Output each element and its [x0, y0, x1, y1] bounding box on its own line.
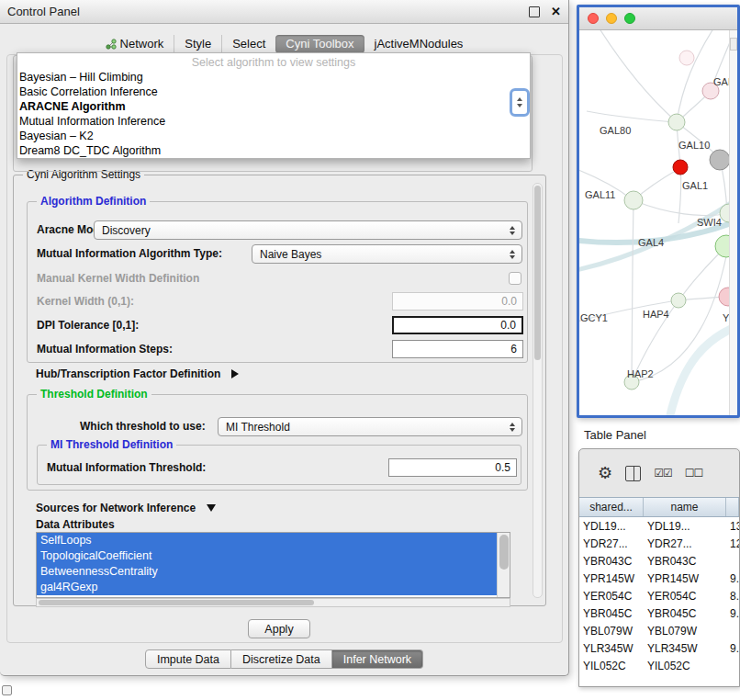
algorithm-definition-title: Algorithm Definition: [37, 195, 150, 208]
table-cell: YBL079W: [579, 622, 644, 639]
node-label: HAP2: [627, 368, 654, 379]
column-header-name[interactable]: name: [644, 498, 726, 516]
network-node[interactable]: [719, 288, 729, 306]
tab-impute-data[interactable]: Impute Data: [145, 649, 231, 669]
algorithm-option[interactable]: ARACNE Algorithm: [17, 99, 530, 114]
table-cell: YBL079W: [644, 622, 726, 639]
tab-discretize-data[interactable]: Discretize Data: [231, 649, 332, 669]
deselect-all-checkboxes-icon[interactable]: ☐☐: [685, 468, 703, 479]
attribute-item[interactable]: TopologicalCoefficient: [37, 548, 498, 564]
algorithm-option[interactable]: Dream8 DC_TDC Algorithm: [17, 143, 530, 158]
mi-steps-field[interactable]: 6: [392, 340, 523, 358]
attributes-horizontal-scrollbar[interactable]: [36, 598, 510, 607]
network-node[interactable]: [624, 191, 643, 209]
attribute-item[interactable]: gal4RGexp: [37, 580, 498, 595]
tray-icon[interactable]: [2, 685, 12, 695]
table-cell: 8.: [726, 587, 739, 604]
gear-icon[interactable]: ⚙: [598, 465, 612, 481]
mi-threshold-definition-title: MI Threshold Definition: [47, 438, 176, 451]
scrollbar-thumb[interactable]: [39, 600, 314, 605]
table-panel: Table Panel ⚙ ☑☑ ☐☐ shared... name YDL19…: [577, 424, 740, 700]
float-window-icon[interactable]: [529, 6, 540, 17]
dpi-tolerance-field[interactable]: 0.0: [392, 316, 523, 334]
tab-select[interactable]: Select: [221, 35, 275, 53]
network-vertical-scrollbar[interactable]: [729, 30, 737, 418]
network-node[interactable]: [679, 51, 694, 65]
table-cell: YIL052C: [579, 657, 644, 674]
node-label: GAL10: [678, 140, 710, 151]
algorithm-option[interactable]: Bayesian – Hill Climbing: [17, 70, 530, 85]
control-panel-tabs: Network Style Select Cyni Toolbox jActiv…: [0, 34, 568, 54]
algorithm-option[interactable]: Basic Correlation Inference: [17, 85, 530, 99]
kernel-width-field[interactable]: 0.0: [392, 292, 523, 310]
node-label: Y: [723, 312, 729, 323]
table-row[interactable]: YLR345WYLR345W9.: [579, 639, 739, 657]
scrollbar-button[interactable]: [730, 38, 737, 51]
column-header-shared-name[interactable]: shared...: [579, 498, 644, 516]
node-label: GAL4: [638, 237, 664, 248]
table-header: shared... name: [579, 497, 739, 517]
attributes-vertical-scrollbar[interactable]: [497, 533, 510, 597]
hub-definition-toggle[interactable]: Hub/Transcription Factor Definition: [36, 365, 239, 384]
table-row[interactable]: YBR045CYBR045C9.: [579, 604, 739, 622]
table-cell: YDL19...: [579, 517, 644, 535]
scrollbar-thumb[interactable]: [534, 186, 541, 360]
table-row[interactable]: YDR27...YDR27...12: [579, 535, 739, 552]
network-node-selected[interactable]: [673, 160, 688, 175]
data-attributes-listbox[interactable]: SelfLoopsTopologicalCoefficientBetweenne…: [36, 532, 510, 598]
table-row[interactable]: YBR043CYBR043C: [579, 552, 739, 570]
manual-kernel-checkbox[interactable]: [509, 272, 521, 285]
control-panel-titlebar[interactable]: Control Panel ✕: [0, 0, 568, 24]
scrollbar-thumb[interactable]: [499, 535, 509, 570]
table-row[interactable]: YER054CYER054C8.: [579, 587, 739, 604]
network-node[interactable]: [715, 235, 729, 257]
table-cell: YBR045C: [579, 604, 644, 622]
node-label: HAP4: [643, 309, 669, 320]
sources-label: Sources for Network Inference: [36, 502, 196, 514]
mi-threshold-field[interactable]: 0.5: [388, 458, 517, 477]
close-traffic-light-icon[interactable]: [588, 13, 599, 24]
tab-infer-network[interactable]: Infer Network: [332, 649, 423, 669]
zoom-traffic-light-icon[interactable]: [624, 13, 635, 24]
table-row[interactable]: YIL052CYIL052C: [579, 657, 739, 674]
close-icon[interactable]: ✕: [551, 6, 561, 17]
column-header-clipped[interactable]: [726, 498, 739, 516]
table-row[interactable]: YPR145WYPR145W9.: [579, 570, 739, 587]
attribute-item[interactable]: SelfLoops: [37, 533, 498, 548]
minimize-traffic-light-icon[interactable]: [606, 13, 617, 24]
table-cell: 9.: [726, 604, 739, 622]
tab-network[interactable]: Network: [95, 35, 174, 53]
tab-network-label: Network: [120, 37, 164, 51]
algorithm-option[interactable]: Mutual Information Inference: [17, 114, 530, 129]
table-cell: YLR345W: [644, 639, 726, 657]
node-label: GCY1: [580, 312, 608, 323]
node-label: GAL1: [682, 180, 708, 191]
network-node[interactable]: [710, 150, 729, 170]
apply-button[interactable]: Apply: [248, 619, 310, 638]
table-cell: YPR145W: [644, 570, 726, 587]
settings-vertical-scrollbar[interactable]: [533, 183, 543, 598]
columns-icon[interactable]: [625, 466, 641, 481]
attribute-item[interactable]: BetweennessCentrality: [37, 564, 498, 580]
network-node[interactable]: [668, 114, 685, 130]
chevron-down-icon: [207, 504, 216, 512]
select-all-checkboxes-icon[interactable]: ☑☑: [654, 468, 672, 479]
tab-style[interactable]: Style: [174, 35, 221, 53]
mi-type-dropdown[interactable]: Naive Bayes: [252, 244, 522, 264]
node-label: GAL11: [585, 189, 615, 200]
aracne-mode-dropdown[interactable]: Discovery: [94, 220, 522, 240]
network-view-window[interactable]: GAL8 GAL80 GAL10 GAL11 GAL1 SWI4 GAL4 GC…: [577, 5, 740, 418]
focused-spinner-fragment[interactable]: [510, 88, 530, 117]
aracne-mode-value: Discovery: [102, 224, 151, 237]
cyni-algorithm-settings-group: Cyni Algorithm Settings Algorithm Defini…: [13, 175, 546, 606]
tab-cyni-toolbox[interactable]: Cyni Toolbox: [275, 35, 364, 53]
network-node[interactable]: [671, 293, 686, 308]
table-row[interactable]: YBL079WYBL079W: [579, 622, 739, 639]
network-window-titlebar[interactable]: [579, 7, 737, 30]
network-canvas[interactable]: GAL8 GAL80 GAL10 GAL11 GAL1 SWI4 GAL4 GC…: [579, 30, 737, 418]
table-row[interactable]: YDL19...YDL19...13: [579, 517, 739, 535]
tab-jactivemodules[interactable]: jActiveMNodules: [364, 35, 474, 53]
algorithm-option[interactable]: Bayesian – K2: [17, 129, 530, 143]
table-cell: YDR27...: [644, 535, 726, 552]
which-threshold-dropdown[interactable]: MI Threshold: [218, 417, 522, 436]
